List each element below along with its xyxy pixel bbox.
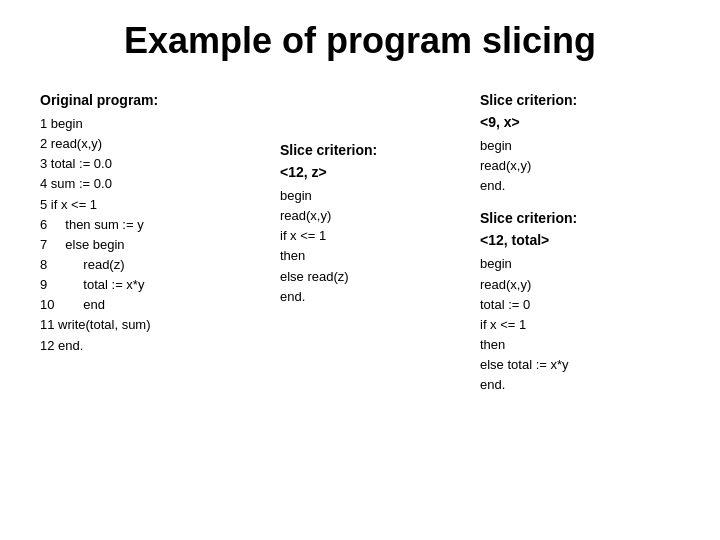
right-criterion2-label: Slice criterion: <box>480 210 680 226</box>
code-line: 8 read(z) <box>40 255 260 275</box>
right-criterion1-label: Slice criterion: <box>480 92 680 108</box>
code-line: end. <box>480 375 680 395</box>
content-columns: Original program: 1 begin 2 read(x,y) 3 … <box>40 92 680 409</box>
right-column: Slice criterion: <9, x> begin read(x,y) … <box>460 92 680 409</box>
middle-criterion-label: Slice criterion: <box>280 142 460 158</box>
code-line: then <box>480 335 680 355</box>
code-line: 9 total := x*y <box>40 275 260 295</box>
code-line: total := 0 <box>480 295 680 315</box>
code-line: begin <box>280 186 460 206</box>
code-line: read(x,y) <box>480 275 680 295</box>
code-line: 12 end. <box>40 336 260 356</box>
code-line: then <box>280 246 460 266</box>
middle-column: Slice criterion: <12, z> begin read(x,y)… <box>260 92 460 307</box>
code-line: if x <= 1 <box>480 315 680 335</box>
code-line: end. <box>280 287 460 307</box>
code-line: 11 write(total, sum) <box>40 315 260 335</box>
code-line: 3 total := 0.0 <box>40 154 260 174</box>
page-title: Example of program slicing <box>40 20 680 62</box>
code-line: 10 end <box>40 295 260 315</box>
code-line: else read(z) <box>280 267 460 287</box>
code-line: 7 else begin <box>40 235 260 255</box>
code-line: 6 then sum := y <box>40 215 260 235</box>
code-line: 4 sum := 0.0 <box>40 174 260 194</box>
page: Example of program slicing Original prog… <box>0 0 720 540</box>
original-program-column: Original program: 1 begin 2 read(x,y) 3 … <box>40 92 260 356</box>
code-line: read(x,y) <box>480 156 680 176</box>
code-line: 1 begin <box>40 114 260 134</box>
right-criterion1-value: <9, x> <box>480 114 680 130</box>
code-line: end. <box>480 176 680 196</box>
code-line: read(x,y) <box>280 206 460 226</box>
right-criterion2-value: <12, total> <box>480 232 680 248</box>
code-line: 2 read(x,y) <box>40 134 260 154</box>
code-line: begin <box>480 254 680 274</box>
middle-criterion-value: <12, z> <box>280 164 460 180</box>
original-program-label: Original program: <box>40 92 260 108</box>
criterion-box-2: Slice criterion: <12, total> begin read(… <box>480 210 680 395</box>
code-line: if x <= 1 <box>280 226 460 246</box>
code-line: 5 if x <= 1 <box>40 195 260 215</box>
original-program-code: 1 begin 2 read(x,y) 3 total := 0.0 4 sum… <box>40 114 260 356</box>
criterion-box-1: Slice criterion: <9, x> begin read(x,y) … <box>480 92 680 196</box>
code-line: else total := x*y <box>480 355 680 375</box>
code-line: begin <box>480 136 680 156</box>
